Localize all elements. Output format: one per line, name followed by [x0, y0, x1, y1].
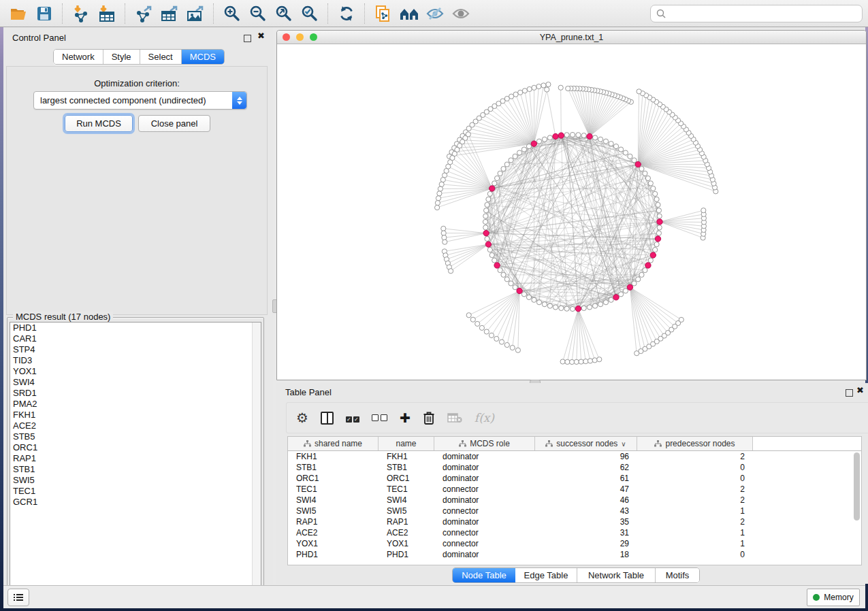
- search-input[interactable]: [650, 5, 863, 22]
- mcds-result-list[interactable]: PHD1 CAR1 STP4 TID3 YOX1 SWI4 SRD1 PMA2 …: [10, 322, 261, 596]
- list-item[interactable]: RAP1: [10, 453, 261, 464]
- mcds-result-title: MCDS result (17 nodes): [13, 312, 113, 322]
- table-panel: Table Panel ✖ ⚙ ✓✓ ✚ f(x) shared name na…: [276, 383, 868, 584]
- list-item[interactable]: ORC1: [10, 442, 261, 453]
- table-row[interactable]: ACE2ACE2connector311: [288, 527, 861, 538]
- hide-selected-icon[interactable]: [422, 3, 448, 24]
- zoom-out-icon[interactable]: [245, 3, 271, 24]
- list-item[interactable]: YOX1: [10, 366, 261, 377]
- task-history-button[interactable]: [7, 589, 29, 606]
- export-table-icon[interactable]: [157, 3, 182, 24]
- attribute-icon: [459, 440, 466, 447]
- apply-layout-icon[interactable]: [334, 3, 359, 24]
- table-row[interactable]: STB1STB1dominator620: [288, 462, 861, 473]
- show-columns-icon[interactable]: [321, 412, 334, 425]
- run-mcds-button[interactable]: Run MCDS: [65, 115, 133, 132]
- toolbar-separator: [364, 3, 366, 24]
- list-item[interactable]: ACE2: [10, 420, 261, 431]
- col-header-successor-nodes[interactable]: successor nodes ∨: [535, 437, 637, 450]
- tab-network-table[interactable]: Network Table: [577, 568, 656, 582]
- list-item[interactable]: TID3: [10, 355, 261, 366]
- col-header-name[interactable]: name: [379, 437, 434, 450]
- add-row-icon[interactable]: ✚: [400, 410, 411, 426]
- import-table-icon[interactable]: [94, 3, 120, 24]
- tab-node-table[interactable]: Node Table: [453, 568, 515, 582]
- mcds-result-group: MCDS result (17 nodes) PHD1 CAR1 STP4 TI…: [7, 317, 264, 599]
- list-item[interactable]: PMA2: [10, 399, 261, 410]
- table-row[interactable]: FKH1FKH1dominator962: [288, 451, 861, 462]
- desktop: { "toolbar": { "icons": ["open-file","sa…: [0, 0, 868, 611]
- table-row[interactable]: YOX1YOX1connector291: [288, 538, 861, 549]
- network-view[interactable]: [277, 44, 865, 379]
- export-network-icon[interactable]: [131, 3, 157, 24]
- col-header-mcds-role[interactable]: MCDS role: [434, 437, 535, 450]
- close-panel-icon[interactable]: ✖: [257, 31, 265, 41]
- list-item[interactable]: CAR1: [10, 333, 261, 344]
- network-window-titlebar[interactable]: YPA_prune.txt_1: [277, 31, 866, 44]
- zoom-selected-icon[interactable]: [297, 3, 323, 24]
- float-panel-icon[interactable]: [846, 389, 853, 397]
- toolbar-separator: [62, 3, 63, 24]
- table-panel-title: Table Panel: [285, 387, 332, 397]
- zoom-fit-icon[interactable]: [271, 3, 297, 24]
- select-all-icon[interactable]: ✓✓: [346, 413, 359, 423]
- col-header-shared-name[interactable]: shared name: [288, 437, 379, 450]
- table-row[interactable]: PHD1PHD1dominator180: [288, 549, 861, 560]
- list-item[interactable]: GCR1: [10, 497, 261, 508]
- tab-select[interactable]: Select: [140, 50, 182, 64]
- table-row[interactable]: RAP1RAP1dominator352: [288, 516, 861, 527]
- tab-motifs[interactable]: Motifs: [656, 568, 699, 582]
- delete-table-icon-disabled: [447, 412, 462, 423]
- export-image-icon[interactable]: [182, 3, 208, 24]
- tab-mcds[interactable]: MCDS: [182, 50, 224, 64]
- memory-button[interactable]: Memory: [807, 589, 860, 606]
- clone-network-icon[interactable]: [370, 3, 396, 24]
- table-row[interactable]: SWI4SWI4dominator462: [288, 495, 861, 506]
- attribute-icon: [545, 440, 553, 447]
- save-session-icon[interactable]: [31, 3, 57, 24]
- tab-network[interactable]: Network: [54, 50, 103, 64]
- list-icon: [14, 593, 24, 602]
- list-item[interactable]: STB5: [10, 431, 261, 442]
- attribute-icon: [654, 440, 662, 447]
- main-toolbar: [0, 0, 868, 27]
- toolbar-separator: [213, 3, 214, 24]
- control-panel-title: Control Panel: [12, 33, 66, 43]
- status-bar: Memory: [3, 585, 865, 608]
- list-item[interactable]: STP4: [10, 344, 261, 355]
- list-item[interactable]: SRD1: [10, 388, 261, 399]
- first-neighbors-icon[interactable]: [396, 3, 422, 24]
- network-window-title: YPA_prune.txt_1: [277, 33, 866, 42]
- zoom-in-icon[interactable]: [219, 3, 245, 24]
- float-panel-icon[interactable]: [244, 35, 251, 42]
- table-settings-gear-icon[interactable]: ⚙: [296, 410, 308, 426]
- table-row[interactable]: ORC1ORC1dominator610: [288, 473, 861, 484]
- optimization-criterion-label: Optimization criterion:: [7, 78, 267, 88]
- criterion-value: largest connected component (undirected): [34, 95, 232, 105]
- table-row[interactable]: SWI5SWI5connector431: [288, 506, 861, 516]
- list-item[interactable]: FKH1: [10, 410, 261, 420]
- list-item[interactable]: SWI4: [10, 377, 261, 388]
- list-item[interactable]: PHD1: [10, 323, 261, 333]
- list-item[interactable]: TEC1: [10, 486, 261, 497]
- table-header: shared name name MCDS role successor nod…: [288, 437, 861, 451]
- import-network-icon[interactable]: [68, 3, 94, 24]
- tab-style[interactable]: Style: [103, 50, 140, 64]
- criterion-dropdown[interactable]: largest connected component (undirected): [33, 91, 247, 110]
- open-file-icon[interactable]: [5, 3, 31, 24]
- toolbar-separator: [327, 3, 329, 24]
- list-item[interactable]: STB1: [10, 464, 261, 475]
- show-all-icon[interactable]: [448, 3, 474, 24]
- header-filler: [753, 437, 861, 450]
- close-panel-button[interactable]: Close panel: [138, 115, 210, 132]
- list-scrollbar[interactable]: [252, 323, 261, 595]
- delete-trash-icon[interactable]: [423, 411, 435, 425]
- col-header-predecessor-nodes[interactable]: predecessor nodes: [637, 437, 753, 450]
- deselect-all-icon[interactable]: [372, 413, 387, 423]
- list-item[interactable]: SWI5: [10, 475, 261, 486]
- table-scrollbar-thumb[interactable]: [854, 452, 860, 521]
- tab-edge-table[interactable]: Edge Table: [515, 568, 577, 582]
- close-panel-icon[interactable]: ✖: [856, 385, 864, 395]
- table-row[interactable]: TEC1TEC1connector472: [288, 484, 861, 495]
- sort-desc-icon: ∨: [621, 440, 626, 448]
